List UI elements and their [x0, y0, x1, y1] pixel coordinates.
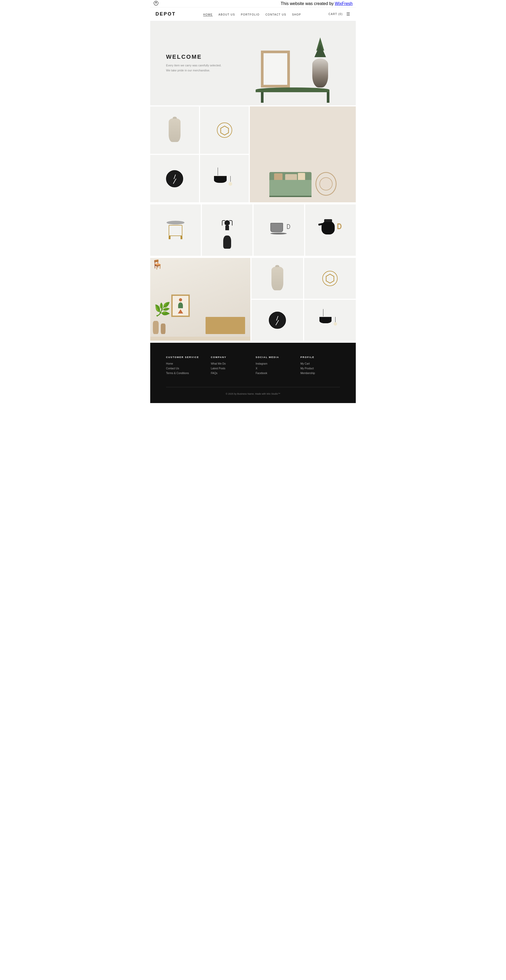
product-deer[interactable] [202, 204, 253, 256]
kettle-body [321, 221, 335, 234]
sofa-seat [269, 180, 312, 196]
cup-body [271, 223, 283, 232]
footer-link-my-cart[interactable]: My Cart [301, 362, 340, 365]
nav-contact[interactable]: CONTACT US [266, 13, 286, 16]
product-living-room[interactable] [250, 107, 356, 202]
cup-handle [287, 224, 290, 229]
product-cup[interactable] [253, 204, 304, 256]
footer-link-faqs[interactable]: FAQs [211, 372, 250, 375]
footer-link-x[interactable]: X [256, 367, 295, 370]
product-grid-2 [150, 204, 356, 257]
nav-about[interactable]: ABOUT US [218, 13, 235, 16]
lamp-2-image [304, 300, 356, 340]
footer-social: SOCIAL MEDIA Instagram X Facebook [256, 356, 295, 377]
deer-head [224, 220, 230, 225]
kettle-lid [324, 219, 332, 222]
deer-icon [221, 220, 234, 240]
hero-text: WELCOME Every item we carry was carefull… [166, 54, 221, 73]
geodesic-icon: ⬡ [217, 123, 232, 138]
kettle-handle [337, 223, 342, 229]
product-vase-2[interactable] [251, 258, 303, 299]
footer-grid: CUSTOMER SERVICE Home Contact Us Terms &… [166, 356, 340, 377]
product-grid-3: 🪑 🌿 ⬡ [150, 257, 356, 342]
nav-shop[interactable]: SHOP [292, 13, 301, 16]
deer-image [202, 204, 253, 256]
product-clock[interactable] [150, 155, 199, 202]
nav-right: CART (0) ☰ [329, 11, 350, 17]
geodesic-2-image: ⬡ [304, 258, 356, 299]
hero-subtitle-2: We take pride in our merchandise. [166, 68, 221, 73]
nav-home[interactable]: HOME [203, 13, 213, 16]
footer-link-latest-posts[interactable]: Latest Posts [211, 367, 250, 370]
footer-link-my-product[interactable]: My Product [301, 367, 340, 370]
art-arch [178, 302, 183, 308]
hamburger-icon[interactable]: ☰ [346, 11, 350, 17]
lamp-shade-1 [214, 176, 227, 183]
hero-vase [312, 59, 328, 88]
hero-subtitle-1: Every item we carry was carefully select… [166, 63, 221, 68]
art-circle [179, 298, 182, 301]
antler-right [229, 220, 232, 226]
vase-icon [169, 118, 181, 142]
deer-body [223, 235, 231, 249]
footer-social-title: SOCIAL MEDIA [256, 356, 295, 358]
navigation: DEPOT HOME ABOUT US PORTFOLIO CONTACT US… [150, 7, 356, 21]
top-bar-logo [153, 0, 159, 7]
top-bar-text: This website was created by WixFresh [281, 1, 353, 6]
lamp-icon [214, 167, 235, 190]
clock-2-icon [269, 312, 286, 329]
footer-link-membership[interactable]: Membership [301, 372, 340, 375]
footer-link-home[interactable]: Home [166, 362, 205, 365]
table-surface [256, 88, 329, 92]
footer-link-facebook[interactable]: Facebook [256, 372, 295, 375]
pillow-3 [298, 173, 305, 181]
sofa-element [269, 172, 312, 196]
stool-leg-2 [181, 236, 182, 239]
hero-plant [310, 37, 331, 59]
stool-top [167, 221, 185, 224]
cup-image [253, 204, 304, 256]
scene-floor [150, 337, 250, 340]
footer-profile: PROFILE My Cart My Product Membership [301, 356, 340, 377]
cart-label[interactable]: CART (0) [329, 13, 343, 16]
nav-portfolio[interactable]: PORTFOLIO [241, 13, 259, 16]
footer-link-instagram[interactable]: Instagram [256, 362, 295, 365]
clock-image [150, 155, 199, 202]
stool-image [150, 204, 201, 256]
clock-2-image [251, 300, 303, 340]
product-clock-2[interactable] [251, 300, 303, 340]
product-stool[interactable] [150, 204, 201, 256]
living-room-scene [250, 107, 356, 202]
footer-link-contact[interactable]: Contact Us [166, 367, 205, 370]
stool-body [169, 225, 182, 236]
sofa-group [269, 172, 312, 197]
footer-customer-service-title: CUSTOMER SERVICE [166, 356, 205, 358]
wixfresh-link[interactable]: WixFresh [335, 1, 353, 6]
picture-frame [261, 51, 290, 88]
product-vase[interactable] [150, 107, 199, 154]
footer-link-terms[interactable]: Terms & Conditions [166, 372, 205, 375]
product-geodesic[interactable]: ⬡ [200, 107, 249, 154]
product-lamp-2[interactable] [304, 300, 356, 340]
footer-link-what-we-do[interactable]: What We Do [211, 362, 250, 365]
product-interior-scene[interactable]: 🪑 🌿 [150, 258, 250, 340]
vase-2-image [251, 258, 303, 299]
pine-branch-bottom [314, 44, 326, 57]
table-leg-left [261, 92, 264, 103]
product-geodesic-2[interactable]: ⬡ [304, 258, 356, 299]
site-logo[interactable]: DEPOT [156, 11, 176, 17]
scene-vase-2 [161, 323, 165, 334]
product-kettle[interactable] [305, 204, 356, 256]
stool-leg-1 [169, 236, 170, 239]
scene-vase-1 [153, 321, 159, 334]
footer-company-title: COMPANY [211, 356, 250, 358]
vase-2-icon [271, 267, 283, 290]
lamp2-cord-2 [335, 317, 336, 322]
antler-left [222, 220, 225, 226]
table-leg-right [327, 92, 329, 103]
footer-copyright: © 2025 by Business Name. Made with Wix S… [166, 387, 340, 395]
lamp-bulb-1 [229, 182, 232, 186]
deer-neck [225, 225, 229, 230]
product-lamp[interactable] [200, 155, 249, 202]
nav-links: HOME ABOUT US PORTFOLIO CONTACT US SHOP [203, 12, 301, 17]
